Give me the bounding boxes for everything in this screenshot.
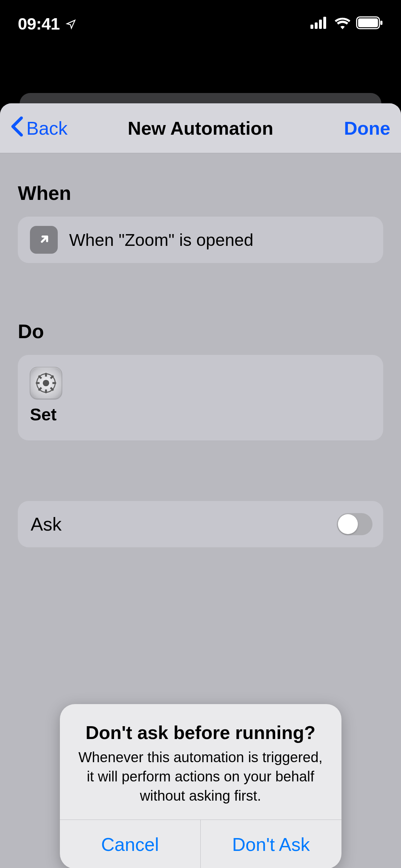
- when-trigger-text: When "Zoom" is opened: [69, 230, 253, 250]
- settings-gear-icon: [30, 367, 62, 399]
- svg-rect-2: [319, 20, 322, 29]
- svg-rect-1: [315, 22, 318, 29]
- back-label: Back: [26, 118, 68, 139]
- ask-toggle[interactable]: [337, 513, 372, 535]
- page-title: New Automation: [128, 118, 273, 139]
- status-time: 09:41: [18, 14, 60, 33]
- do-action-card[interactable]: Set: [18, 355, 383, 440]
- svg-line-14: [51, 388, 53, 391]
- do-heading: Do: [18, 320, 383, 343]
- svg-line-13: [38, 376, 41, 378]
- back-button[interactable]: Back: [11, 117, 68, 140]
- svg-rect-6: [380, 21, 382, 25]
- alert-title: Don't ask before running?: [76, 722, 325, 743]
- svg-line-16: [38, 388, 41, 391]
- when-trigger-card[interactable]: When "Zoom" is opened: [18, 217, 383, 263]
- ask-before-running-row[interactable]: Ask: [18, 501, 383, 547]
- status-indicators: [310, 16, 383, 31]
- chevron-left-icon: [11, 117, 24, 140]
- app-open-icon: [30, 226, 58, 254]
- svg-rect-0: [310, 25, 313, 29]
- sheet-body: When When "Zoom" is opened Do: [0, 153, 401, 547]
- alert-body: Don't ask before running? Whenever this …: [60, 704, 341, 820]
- battery-icon: [356, 16, 383, 31]
- svg-point-8: [43, 380, 49, 386]
- cancel-button[interactable]: Cancel: [60, 820, 201, 868]
- wifi-icon: [334, 16, 351, 31]
- done-button[interactable]: Done: [344, 118, 390, 139]
- do-action-label: Set: [30, 405, 57, 424]
- status-bar: 09:41: [0, 0, 401, 47]
- svg-line-15: [51, 376, 53, 378]
- when-heading: When: [18, 182, 383, 205]
- svg-rect-3: [323, 17, 326, 29]
- ask-label: Ask: [31, 513, 62, 535]
- location-icon: [66, 14, 76, 33]
- confirm-dont-ask-button[interactable]: Don't Ask: [201, 820, 341, 868]
- alert-buttons: Cancel Don't Ask: [60, 820, 341, 868]
- svg-rect-5: [358, 19, 378, 27]
- nav-bar: Back New Automation Done: [0, 103, 401, 153]
- confirm-alert: Don't ask before running? Whenever this …: [60, 704, 341, 868]
- status-time-group: 09:41: [18, 14, 76, 33]
- alert-message: Whenever this automation is triggered, i…: [76, 748, 325, 805]
- cellular-icon: [310, 17, 329, 30]
